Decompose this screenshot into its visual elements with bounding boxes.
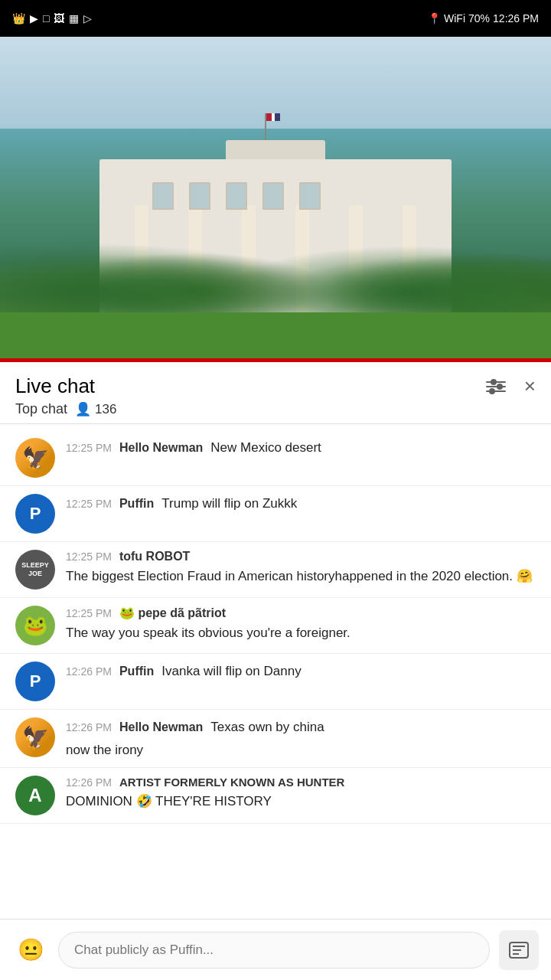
send-icon bbox=[509, 942, 529, 959]
image-icon: 🖼 bbox=[54, 12, 64, 24]
message-author: Hello Newman bbox=[119, 441, 203, 455]
close-icon[interactable]: × bbox=[524, 374, 536, 398]
message-content: 12:26 PM ARTIST FORMERLY KNOWN AS HUNTER… bbox=[66, 776, 536, 812]
message-text-continued: now the irony bbox=[66, 740, 536, 760]
battery-text: 70% bbox=[468, 12, 490, 24]
play-store-icon: ▷ bbox=[83, 12, 92, 24]
message-meta: 12:25 PM Hello Newman New Mexico desert bbox=[66, 438, 536, 458]
message-content: 12:25 PM Hello Newman New Mexico desert bbox=[66, 438, 536, 461]
phone-icon: □ bbox=[43, 12, 49, 24]
message-time: 12:25 PM bbox=[66, 550, 112, 563]
table-row: P 12:25 PM Puffin Trump will flip on Zuk… bbox=[0, 486, 551, 542]
location-icon: 📍 bbox=[428, 12, 441, 24]
avatar: P bbox=[15, 494, 55, 534]
notification-icon: 👑 bbox=[12, 12, 25, 24]
message-content: 12:26 PM Puffin Ivanka will flip on Dann… bbox=[66, 662, 536, 684]
calendar-icon: ▦ bbox=[69, 12, 79, 24]
message-text: The way you speak its obvious you're a f… bbox=[66, 623, 536, 643]
table-row: P 12:26 PM Puffin Ivanka will flip on Da… bbox=[0, 654, 551, 710]
chat-header: Live chat × Top chat 👤 136 bbox=[0, 362, 551, 424]
live-chat-title: Live chat bbox=[15, 374, 95, 398]
message-author: Puffin bbox=[119, 665, 154, 678]
message-content: 12:25 PM 🐸 pepe dã pãtriot The way you s… bbox=[66, 606, 536, 643]
message-time: 12:25 PM bbox=[66, 607, 112, 619]
chat-sub-header: Top chat 👤 136 bbox=[15, 401, 536, 417]
filter-icon[interactable] bbox=[486, 381, 506, 392]
send-button[interactable] bbox=[499, 930, 539, 970]
message-text: The biggest Election Fraud in American h… bbox=[66, 567, 536, 586]
wifi-icon: WiFi bbox=[444, 12, 465, 24]
message-author: Puffin bbox=[119, 497, 154, 511]
chat-messages-list: 🦅 12:25 PM Hello Newman New Mexico deser… bbox=[0, 424, 551, 893]
chat-input-bar: 😐 bbox=[0, 919, 551, 980]
status-bar: 👑 ▶ □ 🖼 ▦ ▷ 📍 WiFi 70% 12:26 PM bbox=[0, 0, 551, 37]
message-text: New Mexico desert bbox=[210, 438, 321, 458]
message-meta: 12:26 PM Puffin Ivanka will flip on Dann… bbox=[66, 662, 536, 681]
top-chat-label: Top chat bbox=[15, 401, 67, 417]
avatar: P bbox=[15, 662, 55, 701]
message-meta: 12:26 PM Hello Newman Texas own by china bbox=[66, 717, 536, 737]
chat-input-field[interactable] bbox=[58, 932, 490, 969]
message-author: tofu ROBOT bbox=[119, 550, 190, 564]
video-ground bbox=[0, 312, 551, 358]
table-row: 🐸 12:25 PM 🐸 pepe dã pãtriot The way you… bbox=[0, 598, 551, 654]
slider-line-1 bbox=[486, 381, 506, 383]
message-content: 12:25 PM tofu ROBOT The biggest Election… bbox=[66, 550, 536, 586]
viewer-count: 👤 136 bbox=[75, 401, 116, 417]
message-content: 12:25 PM Puffin Trump will flip on Zukkk bbox=[66, 494, 536, 517]
table-row: SLEEPY JOE 12:25 PM tofu ROBOT The bigge… bbox=[0, 542, 551, 598]
video-player[interactable] bbox=[0, 37, 551, 358]
table-row: 🦅 12:25 PM Hello Newman New Mexico deser… bbox=[0, 430, 551, 486]
avatar: 🐸 bbox=[15, 606, 55, 645]
message-author: 🐸 pepe dã pãtriot bbox=[119, 606, 226, 620]
building-dome bbox=[226, 140, 325, 159]
avatar: 🦅 bbox=[15, 438, 55, 478]
avatar: A bbox=[15, 776, 55, 815]
youtube-icon: ▶ bbox=[30, 12, 38, 24]
message-meta: 12:25 PM Puffin Trump will flip on Zukkk bbox=[66, 494, 536, 514]
slider-line-2 bbox=[486, 386, 506, 387]
message-time: 12:26 PM bbox=[66, 665, 112, 678]
message-time: 12:26 PM bbox=[66, 721, 112, 733]
table-row: 🦅 12:26 PM Hello Newman Texas own by chi… bbox=[0, 710, 551, 768]
message-time: 12:25 PM bbox=[66, 498, 112, 510]
message-meta: 12:25 PM tofu ROBOT bbox=[66, 550, 536, 564]
message-time: 12:25 PM bbox=[66, 442, 112, 454]
message-content: 12:26 PM Hello Newman Texas own by china… bbox=[66, 717, 536, 760]
status-right-info: 📍 WiFi 70% 12:26 PM bbox=[428, 12, 539, 24]
table-row: A 12:26 PM ARTIST FORMERLY KNOWN AS HUNT… bbox=[0, 768, 551, 824]
person-icon: 👤 bbox=[75, 401, 91, 417]
message-meta: 12:25 PM 🐸 pepe dã pãtriot bbox=[66, 606, 536, 620]
chat-header-top: Live chat × bbox=[15, 374, 536, 398]
message-text: Texas own by china bbox=[210, 717, 324, 737]
message-text: Ivanka will flip on Danny bbox=[161, 662, 301, 681]
message-author: Hello Newman bbox=[119, 720, 203, 734]
emoji-button[interactable]: 😐 bbox=[12, 932, 49, 969]
avatar: 🦅 bbox=[15, 717, 55, 757]
avatar: SLEEPY JOE bbox=[15, 550, 55, 590]
message-meta: 12:26 PM ARTIST FORMERLY KNOWN AS HUNTER bbox=[66, 776, 536, 789]
message-time: 12:26 PM bbox=[66, 776, 112, 789]
video-trees bbox=[0, 194, 551, 316]
viewer-number: 136 bbox=[95, 402, 116, 417]
slider-line-3 bbox=[486, 390, 506, 392]
status-left-icons: 👑 ▶ □ 🖼 ▦ ▷ bbox=[12, 12, 92, 24]
time-display: 12:26 PM bbox=[493, 12, 539, 24]
message-author: ARTIST FORMERLY KNOWN AS HUNTER bbox=[119, 776, 344, 789]
chat-header-icons: × bbox=[486, 374, 536, 398]
message-text: Trump will flip on Zukkk bbox=[161, 494, 297, 514]
message-text: DOMINION 🤣 THEY'RE HISTORY bbox=[66, 792, 536, 812]
